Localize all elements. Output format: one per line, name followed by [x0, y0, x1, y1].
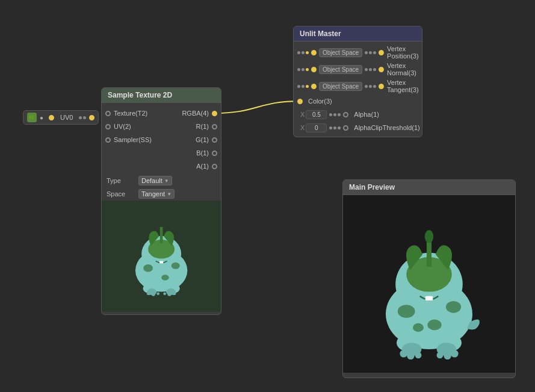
svg-point-45 — [407, 352, 415, 359]
uv-input-row: UV(2) — [102, 120, 158, 133]
aclip-x-value[interactable]: 0 — [306, 123, 327, 132]
alpha-dot1 — [329, 113, 332, 116]
alpha-label: Alpha(1) — [354, 111, 379, 118]
vt-right-port[interactable] — [379, 84, 384, 89]
svg-point-44 — [400, 349, 407, 357]
type-dropdown[interactable]: Default ▼ — [138, 176, 172, 185]
rgba-output-port[interactable] — [212, 111, 217, 116]
vn-label: Vertex Normal(3) — [387, 62, 416, 76]
alpha-x-label: X — [300, 111, 305, 118]
aclip-dot1 — [329, 126, 332, 129]
vt-dot1 — [297, 85, 300, 88]
alpha-dots — [329, 113, 341, 116]
uv0-output-port[interactable] — [49, 115, 54, 120]
sampler-input-port[interactable] — [105, 137, 111, 143]
aclip-port[interactable] — [343, 125, 348, 131]
sample-outputs: RGBA(4) R(1) G(1) B(1) A(1) — [175, 107, 221, 173]
sample-texture-title: Sample Texture 2D — [108, 91, 172, 99]
vn-rdot2 — [369, 68, 372, 71]
svg-point-46 — [415, 352, 422, 358]
unlit-master-title: Unlit Master — [300, 30, 341, 38]
vp-label: Vertex Position(3) — [387, 45, 419, 60]
svg-point-48 — [444, 352, 451, 359]
a-output-label: A(1) — [196, 163, 209, 170]
space-dropdown[interactable]: Tangent ▼ — [138, 189, 175, 199]
vn-right-port[interactable] — [379, 67, 384, 72]
sample-texture-preview — [102, 201, 221, 312]
aclip-dots — [329, 126, 341, 129]
type-row: Type Default ▼ — [102, 174, 221, 187]
svg-rect-37 — [425, 296, 433, 300]
vt-label: Vertex Tangent(3) — [387, 79, 419, 93]
vn-left-port[interactable] — [311, 67, 317, 72]
rgba-output-row: RGBA(4) — [175, 107, 221, 120]
b-output-label: B(1) — [196, 149, 209, 157]
vn-rdot1 — [365, 68, 368, 71]
vn-dot3 — [306, 68, 309, 71]
vertex-position-row: Object Space Vertex Position(3) — [294, 44, 422, 61]
svg-point-23 — [172, 291, 176, 295]
bulbasaur-large-svg — [348, 206, 510, 362]
alpha-x-value[interactable]: 0.5 — [306, 110, 327, 119]
object-space-btn-1[interactable]: Object Space — [319, 48, 362, 57]
vn-dot2 — [302, 68, 305, 71]
type-arrow: ▼ — [164, 178, 169, 184]
sample-texture-header: Sample Texture 2D — [102, 88, 221, 103]
color-input-port[interactable] — [297, 99, 303, 104]
unlit-master-node: Unlit Master Object Space Vertex Positio… — [293, 26, 422, 137]
aclip-dot2 — [333, 126, 336, 129]
r-output-label: R(1) — [196, 123, 209, 130]
svg-point-3 — [172, 263, 180, 269]
alpha-dot2 — [333, 113, 336, 116]
vp-rdot2 — [369, 51, 372, 54]
uv-input-port[interactable] — [105, 124, 111, 129]
dot1 — [79, 116, 82, 119]
sample-texture-2d-node: Sample Texture 2D Texture(T2) UV(2) Samp… — [101, 87, 221, 315]
svg-rect-12 — [159, 261, 163, 263]
main-preview-header: Main Preview — [343, 180, 515, 195]
type-value: Default — [141, 177, 162, 184]
alpha-row: X 0.5 Alpha(1) — [294, 108, 422, 121]
vp-dots — [297, 51, 309, 54]
a-output-row: A(1) — [175, 160, 221, 173]
vn-right-dots — [365, 68, 376, 71]
vp-left-port[interactable] — [311, 50, 317, 55]
unlit-master-header: Unlit Master — [294, 26, 422, 42]
vt-left-port[interactable] — [311, 84, 317, 89]
space-value: Tangent — [141, 190, 165, 198]
uv0-icon-label: ● — [40, 114, 43, 121]
b-output-port[interactable] — [212, 151, 217, 156]
sampler-input-row: Sampler(SS) — [102, 133, 158, 146]
svg-point-2 — [143, 264, 153, 272]
a-output-port[interactable] — [212, 164, 217, 169]
uv0-node: 🌿 ● UV0 — [23, 110, 99, 125]
main-preview-title: Main Preview — [349, 183, 395, 191]
rgba-output-label: RGBA(4) — [182, 110, 209, 117]
g-output-port[interactable] — [212, 137, 217, 143]
sampler-input-label: Sampler(SS) — [114, 136, 152, 143]
texture-input-row: Texture(T2) — [102, 107, 158, 120]
object-space-btn-3[interactable]: Object Space — [319, 82, 362, 91]
vn-rdot3 — [373, 68, 376, 71]
vn-dot1 — [297, 68, 300, 71]
vn-dots — [297, 68, 309, 71]
aclip-x-label: X — [300, 124, 305, 131]
uv0-dots — [79, 116, 86, 119]
space-arrow: ▼ — [167, 191, 172, 197]
texture-input-port[interactable] — [105, 111, 111, 116]
alpha-dot3 — [338, 113, 341, 116]
svg-point-29 — [413, 323, 424, 331]
vp-dot3 — [306, 51, 309, 54]
vp-right-port[interactable] — [379, 50, 384, 55]
svg-point-26 — [398, 305, 415, 318]
texture-input-label: Texture(T2) — [114, 110, 147, 117]
main-preview-area — [343, 195, 515, 373]
r-output-port[interactable] — [212, 124, 217, 129]
alpha-clip-row: X 0 AlphaClipThreshold(1) — [294, 121, 422, 134]
aclip-label: AlphaClipThreshold(1) — [354, 124, 419, 131]
svg-point-39 — [425, 230, 433, 243]
vt-rdot2 — [369, 85, 372, 88]
alpha-port[interactable] — [343, 112, 348, 117]
uv0-out-dot[interactable] — [89, 115, 94, 120]
object-space-btn-2[interactable]: Object Space — [319, 65, 362, 74]
